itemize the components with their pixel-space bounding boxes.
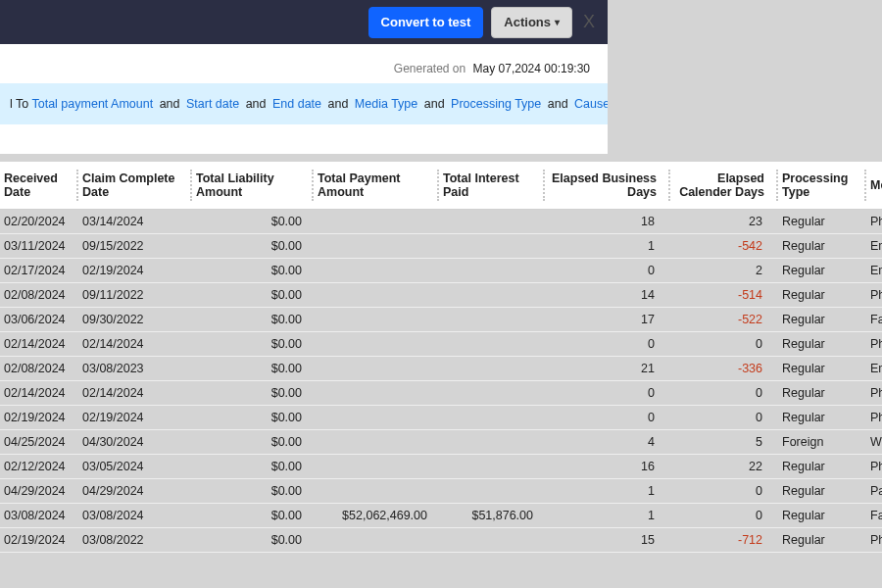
table-cell <box>439 406 545 430</box>
table-row[interactable]: 03/08/202403/08/2024$0.00$52,062,469.00$… <box>0 504 882 528</box>
table-cell: 03/14/2024 <box>78 210 192 234</box>
column-header[interactable]: Total Interest Paid <box>439 162 545 210</box>
table-cell: 4 <box>545 430 670 455</box>
generated-on-row: Generated on May 07,2024 00:19:30 <box>0 44 608 83</box>
generated-on-label: Generated on <box>394 62 466 75</box>
table-row[interactable]: 02/19/202403/08/2022$0.0015-712RegularPh… <box>0 528 882 553</box>
table-cell: $0.00 <box>192 308 314 332</box>
column-header[interactable]: Total Payment Amount <box>314 162 439 210</box>
negative-value: -336 <box>738 362 762 375</box>
column-header-label: Total Interest Paid <box>443 172 519 199</box>
table-cell <box>439 430 545 455</box>
filter-link[interactable]: Cause of Death <box>574 97 608 111</box>
table-cell <box>314 210 439 234</box>
table-cell: 17 <box>545 308 670 332</box>
table-cell: 04/29/2024 <box>78 479 192 504</box>
table-cell: 21 <box>545 357 670 381</box>
table-cell: Regular <box>778 308 866 332</box>
table-cell: Phone Call <box>866 528 882 553</box>
table-cell <box>439 357 545 381</box>
table-cell: Email <box>866 234 882 259</box>
table-cell: -522 <box>670 308 778 332</box>
column-header[interactable]: Elapsed Business Days <box>545 162 670 210</box>
table-cell <box>314 308 439 332</box>
table-cell <box>314 259 439 283</box>
top-toolbar: Convert to test Actions ▾ X <box>0 0 608 44</box>
table-cell: 02/17/2024 <box>0 259 78 283</box>
table-row[interactable]: 02/08/202409/11/2022$0.0014-514RegularPh… <box>0 283 882 308</box>
filter-link[interactable]: Media Type <box>355 97 417 111</box>
table-cell: 0 <box>545 259 670 283</box>
table-cell <box>314 528 439 553</box>
table-row[interactable]: 02/17/202402/19/2024$0.0002RegularEmail <box>0 259 882 283</box>
filter-joiner: and <box>324 97 352 111</box>
table-cell: Phone Call <box>866 332 882 357</box>
filter-joiner: and <box>420 97 448 111</box>
table-cell: $0.00 <box>192 406 314 430</box>
filter-link[interactable]: Processing Type <box>451 97 541 111</box>
table-cell: Regular <box>778 357 866 381</box>
column-header[interactable]: Processing Type <box>778 162 866 210</box>
table-cell: Regular <box>778 210 866 234</box>
table-cell: -514 <box>670 283 778 308</box>
table-cell <box>439 308 545 332</box>
table-cell: 09/11/2022 <box>78 283 192 308</box>
table-cell: 0 <box>545 406 670 430</box>
filter-lead-fragment: l To <box>10 97 31 111</box>
table-cell <box>439 332 545 357</box>
table-cell: 02/19/2024 <box>0 406 78 430</box>
table-cell: 1 <box>545 234 670 259</box>
table-cell: 03/08/2022 <box>78 528 192 553</box>
table-row[interactable]: 02/20/202403/14/2024$0.001823RegularPhon… <box>0 210 882 234</box>
negative-value: -542 <box>738 239 762 253</box>
table-cell: 03/06/2024 <box>0 308 78 332</box>
table-row[interactable]: 02/14/202402/14/2024$0.0000RegularPhone … <box>0 381 882 406</box>
table-cell: $52,062,469.00 <box>314 504 439 528</box>
column-header[interactable]: Elapsed Calender Days <box>670 162 778 210</box>
table-cell: 0 <box>670 504 778 528</box>
table-row[interactable]: 03/11/202409/15/2022$0.001-542RegularEma… <box>0 234 882 259</box>
column-header[interactable]: Total Liability Amount <box>192 162 314 210</box>
column-header[interactable]: Media Type <box>866 162 882 210</box>
table-cell: Phone Call <box>866 406 882 430</box>
table-row[interactable]: 02/08/202403/08/2023$0.0021-336RegularEm… <box>0 357 882 381</box>
column-header-label: Media Type <box>870 178 882 192</box>
table-row[interactable]: 02/12/202403/05/2024$0.001622RegularPhon… <box>0 455 882 479</box>
column-header-label: Elapsed Business Days <box>549 172 666 199</box>
column-header[interactable]: Claim Complete Date <box>78 162 192 210</box>
table-cell: 02/14/2024 <box>0 332 78 357</box>
table-cell: $0.00 <box>192 381 314 406</box>
filter-link[interactable]: Start date <box>186 97 239 111</box>
report-panel: Generated on May 07,2024 00:19:30 l To T… <box>0 44 608 154</box>
table-row[interactable]: 02/19/202402/19/2024$0.0000RegularPhone … <box>0 406 882 430</box>
table-cell: 2 <box>670 259 778 283</box>
table-cell: 09/15/2022 <box>78 234 192 259</box>
column-header-label: Total Payment Amount <box>318 172 401 199</box>
table-cell: 16 <box>545 455 670 479</box>
column-header[interactable]: Received Date <box>0 162 78 210</box>
table-cell: 03/08/2024 <box>78 504 192 528</box>
table-cell: 5 <box>670 430 778 455</box>
table-cell: $0.00 <box>192 357 314 381</box>
table-row[interactable]: 03/06/202409/30/2022$0.0017-522RegularFa… <box>0 308 882 332</box>
table-cell: Regular <box>778 332 866 357</box>
table-cell <box>314 381 439 406</box>
close-icon[interactable]: X <box>576 12 602 32</box>
actions-dropdown-button[interactable]: Actions ▾ <box>491 7 572 38</box>
table-row[interactable]: 02/14/202402/14/2024$0.0000RegularPhone … <box>0 332 882 357</box>
table-cell: Regular <box>778 406 866 430</box>
table-header-row: Received DateClaim Complete DateTotal Li… <box>0 162 882 210</box>
table-cell: 22 <box>670 455 778 479</box>
table-cell: $0.00 <box>192 455 314 479</box>
table-cell: $0.00 <box>192 504 314 528</box>
table-cell <box>314 455 439 479</box>
column-header-label: Received Date <box>4 172 58 199</box>
filter-joiner: and <box>544 97 571 111</box>
filter-link[interactable]: Total payment Amount <box>31 97 153 111</box>
table-cell <box>314 357 439 381</box>
filter-link[interactable]: End date <box>272 97 321 111</box>
convert-to-test-button[interactable]: Convert to test <box>368 7 484 38</box>
table-row[interactable]: 04/25/202404/30/2024$0.0045ForeignWeb <box>0 430 882 455</box>
table-row[interactable]: 04/29/202404/29/2024$0.0010RegularPaper <box>0 479 882 504</box>
table-cell: 03/11/2024 <box>0 234 78 259</box>
